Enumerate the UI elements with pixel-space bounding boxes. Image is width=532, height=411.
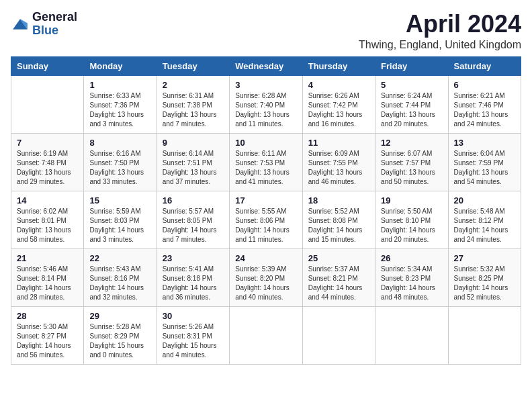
day-of-week-header: Tuesday: [157, 56, 229, 75]
day-of-week-header: Saturday: [448, 56, 521, 75]
calendar-day-cell: 16Sunrise: 5:57 AMSunset: 8:05 PMDayligh…: [157, 191, 229, 248]
day-info: Sunrise: 6:07 AMSunset: 7:57 PMDaylight:…: [381, 149, 442, 187]
day-info: Sunrise: 6:11 AMSunset: 7:53 PMDaylight:…: [235, 149, 296, 187]
day-number: 29: [89, 311, 150, 321]
calendar-day-cell: 12Sunrise: 6:07 AMSunset: 7:57 PMDayligh…: [375, 133, 448, 191]
calendar-body: 1Sunrise: 6:33 AMSunset: 7:36 PMDaylight…: [11, 75, 521, 364]
calendar-day-cell: 5Sunrise: 6:24 AMSunset: 7:44 PMDaylight…: [375, 75, 448, 133]
day-info: Sunrise: 5:39 AMSunset: 8:20 PMDaylight:…: [235, 265, 296, 302]
day-info: Sunrise: 5:46 AMSunset: 8:14 PMDaylight:…: [17, 265, 78, 302]
day-number: 1: [89, 80, 150, 90]
calendar-day-cell: 30Sunrise: 5:26 AMSunset: 8:31 PMDayligh…: [157, 306, 229, 364]
day-number: 19: [381, 195, 442, 205]
calendar-day-cell: 8Sunrise: 6:16 AMSunset: 7:50 PMDaylight…: [84, 133, 157, 191]
logo-general-label: General: [32, 11, 77, 24]
logo-text: General Blue: [32, 11, 77, 38]
day-number: 15: [89, 195, 150, 205]
day-info: Sunrise: 5:30 AMSunset: 8:27 PMDaylight:…: [17, 322, 78, 360]
calendar-day-cell: 9Sunrise: 6:14 AMSunset: 7:51 PMDaylight…: [157, 133, 229, 191]
day-info: Sunrise: 6:09 AMSunset: 7:55 PMDaylight:…: [308, 149, 369, 187]
logo-blue-label: Blue: [32, 24, 77, 38]
calendar-day-cell: 11Sunrise: 6:09 AMSunset: 7:55 PMDayligh…: [302, 133, 375, 191]
day-info: Sunrise: 6:28 AMSunset: 7:40 PMDaylight:…: [235, 91, 296, 129]
calendar-day-cell: 25Sunrise: 5:37 AMSunset: 8:21 PMDayligh…: [302, 248, 375, 306]
day-number: 30: [163, 311, 224, 321]
day-number: 24: [235, 253, 296, 263]
day-number: 22: [89, 253, 150, 263]
day-info: Sunrise: 5:41 AMSunset: 8:18 PMDaylight:…: [163, 265, 224, 302]
calendar-day-cell: 28Sunrise: 5:30 AMSunset: 8:27 PMDayligh…: [11, 306, 84, 364]
day-number: 8: [89, 138, 150, 148]
day-number: 2: [163, 80, 224, 90]
day-of-week-header: Monday: [84, 56, 157, 75]
calendar-week-row: 7Sunrise: 6:19 AMSunset: 7:48 PMDaylight…: [11, 133, 521, 191]
calendar-day-cell: 3Sunrise: 6:28 AMSunset: 7:40 PMDaylight…: [230, 75, 302, 133]
calendar-week-row: 1Sunrise: 6:33 AMSunset: 7:36 PMDaylight…: [11, 75, 521, 133]
calendar-day-cell: 14Sunrise: 6:02 AMSunset: 8:01 PMDayligh…: [11, 191, 84, 248]
calendar-day-cell: 29Sunrise: 5:28 AMSunset: 8:29 PMDayligh…: [84, 306, 157, 364]
day-number: 6: [454, 80, 515, 90]
day-info: Sunrise: 6:26 AMSunset: 7:42 PMDaylight:…: [308, 91, 369, 129]
day-info: Sunrise: 6:04 AMSunset: 7:59 PMDaylight:…: [454, 149, 515, 187]
calendar-day-cell: 1Sunrise: 6:33 AMSunset: 7:36 PMDaylight…: [84, 75, 157, 133]
day-info: Sunrise: 5:57 AMSunset: 8:05 PMDaylight:…: [163, 207, 224, 244]
day-number: 27: [454, 253, 515, 263]
day-info: Sunrise: 5:37 AMSunset: 8:21 PMDaylight:…: [308, 265, 369, 302]
day-number: 20: [454, 195, 515, 205]
day-number: 13: [454, 138, 515, 148]
header: General Blue April 2024 Thwing, England,…: [11, 11, 521, 51]
calendar-day-cell: [230, 306, 302, 364]
calendar-day-cell: 21Sunrise: 5:46 AMSunset: 8:14 PMDayligh…: [11, 248, 84, 306]
calendar-day-cell: 20Sunrise: 5:48 AMSunset: 8:12 PMDayligh…: [448, 191, 521, 248]
day-info: Sunrise: 6:21 AMSunset: 7:46 PMDaylight:…: [454, 91, 515, 129]
calendar-day-cell: 2Sunrise: 6:31 AMSunset: 7:38 PMDaylight…: [157, 75, 229, 133]
day-number: 25: [308, 253, 369, 263]
logo: General Blue: [11, 11, 77, 38]
day-info: Sunrise: 6:14 AMSunset: 7:51 PMDaylight:…: [163, 149, 224, 187]
calendar-day-cell: 24Sunrise: 5:39 AMSunset: 8:20 PMDayligh…: [230, 248, 302, 306]
day-number: 11: [308, 138, 369, 148]
calendar-day-cell: 17Sunrise: 5:55 AMSunset: 8:06 PMDayligh…: [230, 191, 302, 248]
day-number: 14: [17, 195, 78, 205]
day-of-week-header: Sunday: [11, 56, 84, 75]
calendar-day-cell: [448, 306, 521, 364]
calendar-day-cell: 13Sunrise: 6:04 AMSunset: 7:59 PMDayligh…: [448, 133, 521, 191]
calendar-day-cell: 23Sunrise: 5:41 AMSunset: 8:18 PMDayligh…: [157, 248, 229, 306]
day-number: 3: [235, 80, 296, 90]
day-info: Sunrise: 5:50 AMSunset: 8:10 PMDaylight:…: [381, 207, 442, 244]
title-area: April 2024 Thwing, England, United Kingd…: [359, 11, 521, 51]
day-info: Sunrise: 6:16 AMSunset: 7:50 PMDaylight:…: [89, 149, 150, 187]
calendar-week-row: 28Sunrise: 5:30 AMSunset: 8:27 PMDayligh…: [11, 306, 521, 364]
calendar-day-cell: 18Sunrise: 5:52 AMSunset: 8:08 PMDayligh…: [302, 191, 375, 248]
calendar-day-cell: [302, 306, 375, 364]
day-info: Sunrise: 5:34 AMSunset: 8:23 PMDaylight:…: [381, 265, 442, 302]
calendar-day-cell: [11, 75, 84, 133]
day-info: Sunrise: 5:59 AMSunset: 8:03 PMDaylight:…: [89, 207, 150, 244]
calendar-day-cell: 19Sunrise: 5:50 AMSunset: 8:10 PMDayligh…: [375, 191, 448, 248]
day-number: 21: [17, 253, 78, 263]
day-info: Sunrise: 5:52 AMSunset: 8:08 PMDaylight:…: [308, 207, 369, 244]
calendar-day-cell: 27Sunrise: 5:32 AMSunset: 8:25 PMDayligh…: [448, 248, 521, 306]
calendar-week-row: 14Sunrise: 6:02 AMSunset: 8:01 PMDayligh…: [11, 191, 521, 248]
calendar-day-cell: 6Sunrise: 6:21 AMSunset: 7:46 PMDaylight…: [448, 75, 521, 133]
day-info: Sunrise: 5:26 AMSunset: 8:31 PMDaylight:…: [163, 322, 224, 360]
day-of-week-header: Friday: [375, 56, 448, 75]
day-info: Sunrise: 5:48 AMSunset: 8:12 PMDaylight:…: [454, 207, 515, 244]
calendar-day-cell: 4Sunrise: 6:26 AMSunset: 7:42 PMDaylight…: [302, 75, 375, 133]
day-info: Sunrise: 5:28 AMSunset: 8:29 PMDaylight:…: [89, 322, 150, 360]
day-number: 7: [17, 138, 78, 148]
day-number: 16: [163, 195, 224, 205]
month-title: April 2024: [359, 11, 521, 38]
day-number: 23: [163, 253, 224, 263]
day-info: Sunrise: 5:55 AMSunset: 8:06 PMDaylight:…: [235, 207, 296, 244]
calendar-day-cell: 26Sunrise: 5:34 AMSunset: 8:23 PMDayligh…: [375, 248, 448, 306]
day-number: 17: [235, 195, 296, 205]
calendar-day-cell: 22Sunrise: 5:43 AMSunset: 8:16 PMDayligh…: [84, 248, 157, 306]
day-number: 10: [235, 138, 296, 148]
calendar-day-cell: 10Sunrise: 6:11 AMSunset: 7:53 PMDayligh…: [230, 133, 302, 191]
day-number: 5: [381, 80, 442, 90]
day-info: Sunrise: 6:02 AMSunset: 8:01 PMDaylight:…: [17, 207, 78, 244]
day-of-week-header: Wednesday: [230, 56, 302, 75]
day-number: 12: [381, 138, 442, 148]
calendar-header: SundayMondayTuesdayWednesdayThursdayFrid…: [11, 56, 521, 75]
